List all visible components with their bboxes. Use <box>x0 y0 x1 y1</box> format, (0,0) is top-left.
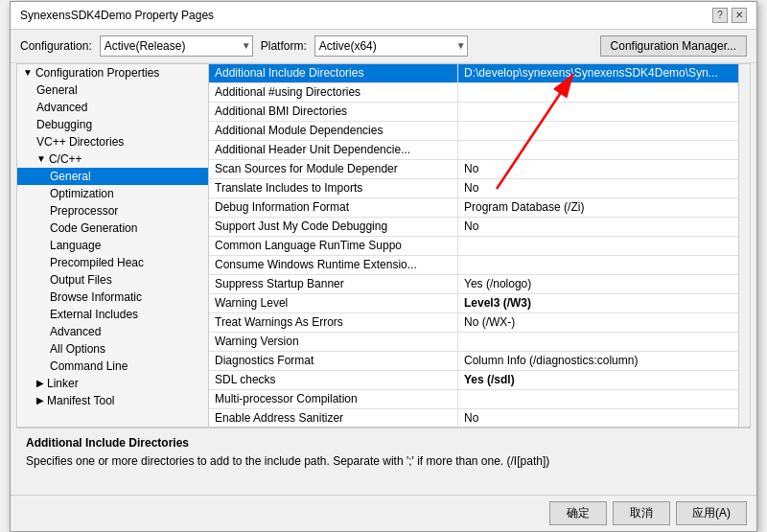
prop-name-cell: Translate Includes to Imports <box>209 179 458 197</box>
table-row[interactable]: Additional Module Dependencies <box>209 122 738 141</box>
table-row[interactable]: Additional Include DirectoriesD:\develop… <box>209 64 738 83</box>
table-row[interactable]: Additional #using Directories <box>209 83 738 103</box>
tree-item-vc-dirs[interactable]: VC++ Directories <box>17 133 208 150</box>
tree-item-output-files[interactable]: Output Files <box>17 271 208 289</box>
tree-item-label: Advanced <box>50 325 101 338</box>
tree-item-advanced[interactable]: Advanced <box>17 99 208 116</box>
prop-value-cell: Yes (/nologo) <box>458 275 738 293</box>
tree-item-linker[interactable]: ▶Linker <box>17 375 208 392</box>
tree-item-code-gen[interactable]: Code Generation <box>17 220 208 237</box>
desc-text: Specifies one or more directories to add… <box>26 453 741 470</box>
platform-select-wrapper: Active(x64) ▼ <box>314 35 468 57</box>
tree-item-label: Language <box>50 239 101 252</box>
prop-name-cell: Additional Include Directories <box>209 64 458 82</box>
table-row[interactable]: Treat Warnings As ErrorsNo (/WX-) <box>209 313 738 333</box>
tree-item-label: Preprocessor <box>50 204 118 218</box>
tree-item-browse-info[interactable]: Browse Informatic <box>17 289 208 306</box>
prop-value-cell <box>458 83 738 102</box>
tree-item-label: Configuration Properties <box>35 66 159 80</box>
table-row[interactable]: Scan Sources for Module DependerNo <box>209 160 738 179</box>
tree-item-label: Precompiled Heac <box>50 256 144 269</box>
table-row[interactable]: Diagnostics FormatColumn Info (/diagnost… <box>209 352 738 371</box>
tree-expand-arrow: ▶ <box>36 395 44 405</box>
description-panel: Additional Include Directories Specifies… <box>16 428 751 495</box>
prop-value-cell: Column Info (/diagnostics:column) <box>458 352 738 370</box>
right-panel: Additional Include DirectoriesD:\develop… <box>209 64 738 427</box>
scroll-container: Additional Include DirectoriesD:\develop… <box>209 64 750 427</box>
prop-value-cell <box>458 256 738 274</box>
platform-select[interactable]: Active(x64) <box>314 35 468 57</box>
table-row[interactable]: Consume Windows Runtime Extensio... <box>209 256 738 275</box>
tree-item-general[interactable]: General <box>17 81 208 99</box>
prop-table-body: Additional Include DirectoriesD:\develop… <box>209 64 738 427</box>
tree-item-command-line[interactable]: Command Line <box>17 358 208 375</box>
tree-item-precompiled[interactable]: Precompiled Heac <box>17 254 208 271</box>
tree-item-preprocessor[interactable]: Preprocessor <box>17 202 208 220</box>
right-panel-container: Additional Include DirectoriesD:\develop… <box>209 64 750 427</box>
configuration-row: Configuration: Active(Release) ▼ Platfor… <box>11 30 756 63</box>
tree-item-label: General <box>36 83 78 97</box>
config-select[interactable]: Active(Release) <box>100 35 253 57</box>
table-row[interactable]: Support Just My Code DebuggingNo <box>209 218 738 237</box>
prop-name-cell: Warning Version <box>209 333 458 351</box>
property-pages-dialog: SynexensSDK4Demo Property Pages ? ✕ Conf… <box>10 1 757 532</box>
prop-name-cell: Warning Level <box>209 294 458 312</box>
table-row[interactable]: Warning LevelLevel3 (/W3) <box>209 294 738 313</box>
tree-item-label: Output Files <box>50 273 112 287</box>
prop-name-cell: Additional #using Directories <box>209 83 458 102</box>
table-row[interactable]: Common Language RunTime Suppo <box>209 237 738 256</box>
prop-value-cell: D:\develop\synexens\SynexensSDK4Demo\Syn… <box>458 64 738 82</box>
tree-item-debugging[interactable]: Debugging <box>17 116 208 133</box>
tree-item-label: Command Line <box>50 359 128 373</box>
apply-button[interactable]: 应用(A) <box>676 501 747 525</box>
prop-name-cell: SDL checks <box>209 371 458 389</box>
prop-value-cell: No (/WX-) <box>458 313 738 332</box>
ok-button[interactable]: 确定 <box>549 501 607 525</box>
config-label: Configuration: <box>20 39 92 53</box>
prop-name-cell: Common Language RunTime Suppo <box>209 237 458 255</box>
tree-item-config-props[interactable]: ▼Configuration Properties <box>17 64 208 81</box>
tree-item-label: Linker <box>47 377 79 390</box>
tree-item-label: General <box>50 170 91 183</box>
cancel-button[interactable]: 取消 <box>613 501 670 525</box>
config-manager-button[interactable]: Configuration Manager... <box>600 35 747 57</box>
left-tree-panel: ▼Configuration PropertiesGeneralAdvanced… <box>17 64 209 427</box>
footer-buttons: 确定 取消 应用(A) <box>11 495 756 531</box>
prop-value-cell <box>458 141 738 159</box>
tree-item-cpp-general[interactable]: General <box>17 168 208 185</box>
table-row[interactable]: Enable Address SanitizerNo <box>209 409 738 427</box>
tree-item-advanced2[interactable]: Advanced <box>17 323 208 340</box>
dialog-title: SynexensSDK4Demo Property Pages <box>20 9 214 22</box>
table-row[interactable]: SDL checksYes (/sdl) <box>209 371 738 390</box>
tree-item-label: Browse Informatic <box>50 290 142 304</box>
scrollbar[interactable] <box>738 64 750 427</box>
tree-item-optimization[interactable]: Optimization <box>17 185 208 202</box>
prop-value-cell <box>458 237 738 255</box>
table-row[interactable]: Translate Includes to ImportsNo <box>209 179 738 198</box>
tree-item-manifest-tool[interactable]: ▶Manifest Tool <box>17 392 208 409</box>
help-button[interactable]: ? <box>712 8 728 23</box>
tree-item-label: C/C++ <box>49 152 82 166</box>
tree-item-label: Debugging <box>36 118 92 131</box>
table-row[interactable]: Multi-processor Compilation <box>209 390 738 409</box>
prop-name-cell: Multi-processor Compilation <box>209 390 458 408</box>
prop-name-cell: Additional BMI Directories <box>209 103 458 121</box>
table-row[interactable]: Additional Header Unit Dependencie... <box>209 141 738 160</box>
prop-name-cell: Treat Warnings As Errors <box>209 313 458 332</box>
prop-value-cell <box>458 333 738 351</box>
tree-item-cpp[interactable]: ▼C/C++ <box>17 150 208 168</box>
table-row[interactable]: Suppress Startup BannerYes (/nologo) <box>209 275 738 294</box>
table-row[interactable]: Debug Information FormatProgram Database… <box>209 198 738 218</box>
tree-item-label: External Includes <box>50 308 138 321</box>
close-button[interactable]: ✕ <box>732 8 747 23</box>
tree-item-language[interactable]: Language <box>17 237 208 254</box>
table-row[interactable]: Additional BMI Directories <box>209 103 738 122</box>
tree-item-all-options[interactable]: All Options <box>17 340 208 358</box>
tree-item-label: Advanced <box>36 101 87 114</box>
table-row[interactable]: Warning Version <box>209 333 738 352</box>
tree-item-ext-includes[interactable]: External Includes <box>17 306 208 323</box>
main-content: ▼Configuration PropertiesGeneralAdvanced… <box>16 63 751 428</box>
desc-title: Additional Include Directories <box>26 436 741 450</box>
title-bar: SynexensSDK4Demo Property Pages ? ✕ <box>11 2 756 30</box>
prop-value-cell: Level3 (/W3) <box>458 294 738 312</box>
